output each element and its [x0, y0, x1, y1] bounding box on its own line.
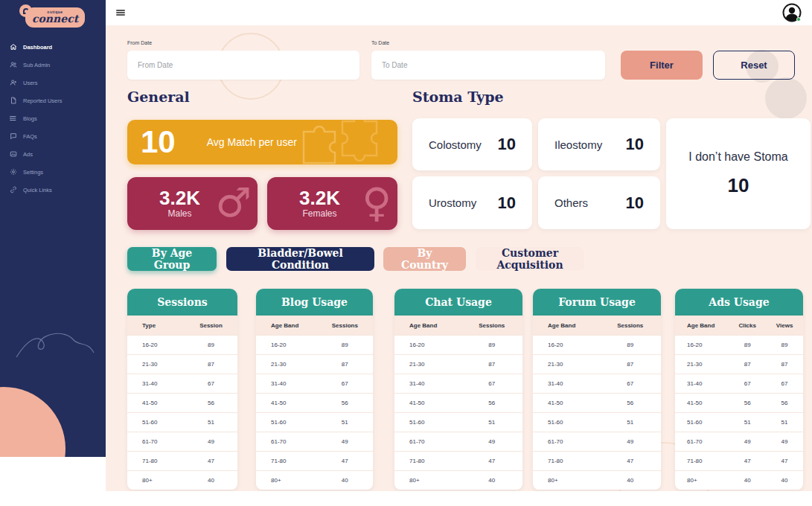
table-row: 16-2089 [127, 335, 237, 354]
sidebar-item-ads[interactable]: Ads [0, 145, 106, 163]
age-band-cell: 61-70 [394, 438, 461, 445]
age-band-cell: 21-30 [394, 361, 461, 368]
age-band-cell: 80+ [127, 477, 185, 484]
column-header: Clicks [729, 322, 766, 329]
column-header: Type [127, 322, 185, 329]
column-header: Age Band [394, 322, 461, 329]
age-band-cell: 71-80 [127, 458, 185, 464]
age-band-cell: 21-30 [675, 361, 729, 368]
tab-bladder-bowel-condition[interactable]: Bladder/Bowel Condition [226, 247, 374, 271]
table-row: 16-2089 [533, 335, 661, 354]
sidebar-item-sub-admin[interactable]: Sub Admin [0, 56, 106, 74]
reset-button[interactable]: Reset [713, 51, 795, 80]
table-row: 51-6051 [394, 412, 522, 432]
table-row: 21-3087 [127, 354, 237, 374]
file-icon [10, 97, 17, 104]
app-logo: ostique connect [25, 7, 85, 28]
age-band-cell: 21-30 [256, 361, 317, 368]
topbar [106, 0, 812, 25]
value-cell: 40 [599, 477, 661, 484]
table-title: Ads Usage [675, 289, 803, 316]
table-row: 71-8047 [256, 451, 373, 470]
males-card: 3.2K Males ♂ [127, 177, 258, 230]
value-cell: 40 [317, 477, 373, 484]
table-column-headers: Age BandClicksViews [675, 316, 803, 335]
value-cell: 40 [766, 477, 803, 484]
age-band-cell: 51-60 [675, 419, 729, 426]
value-cell: 56 [599, 400, 661, 406]
tab-customer-acquisition[interactable]: Customer Acquisition [476, 247, 584, 271]
from-date-input[interactable] [127, 51, 359, 80]
male-symbol-icon: ♂ [216, 182, 252, 222]
link-icon [10, 186, 17, 193]
table-row: 16-2089 [256, 335, 373, 354]
age-band-cell: 41-50 [394, 400, 461, 406]
age-band-cell: 31-40 [675, 380, 729, 387]
value-cell: 87 [729, 361, 766, 368]
table-row: 31-4067 [256, 374, 373, 393]
age-band-cell: 21-30 [533, 361, 599, 368]
sidebar-item-settings[interactable]: Settings [0, 163, 106, 181]
female-symbol-icon: ♀ [362, 182, 391, 222]
column-header: Age Band [256, 322, 317, 329]
sidebar-item-faqs[interactable]: FAQs [0, 127, 106, 145]
table-row: 51-6051 [533, 412, 661, 432]
column-header: Age Band [533, 322, 599, 329]
value-cell: 51 [317, 419, 373, 426]
stoma-card-urostomy: Urostomy 10 [412, 176, 532, 229]
sidebar-item-dashboard[interactable]: Dashboard [0, 38, 106, 56]
stoma-card-no-stoma: I don’t have Stoma 10 [666, 118, 811, 229]
table-row: 80+40 [256, 470, 373, 490]
age-band-cell: 31-40 [127, 380, 185, 387]
table-row: 21-3087 [394, 354, 522, 374]
age-band-cell: 21-30 [127, 361, 185, 368]
to-date-input[interactable] [371, 51, 605, 80]
value-cell: 47 [317, 458, 373, 464]
value-cell: 40 [729, 477, 766, 484]
value-cell: 49 [185, 438, 237, 445]
sidebar-item-quick-links[interactable]: Quick Links [0, 181, 106, 199]
age-band-cell: 71-80 [256, 458, 317, 464]
value-cell: 47 [599, 458, 661, 464]
value-cell: 67 [317, 380, 373, 387]
age-band-cell: 51-60 [533, 419, 599, 426]
table-title: Blog Usage [256, 289, 373, 316]
menu-toggle-button[interactable] [116, 8, 125, 16]
value-cell: 47 [185, 458, 237, 464]
age-band-cell: 41-50 [533, 400, 599, 406]
usage-tables: SessionsTypeSession16-208921-308731-4067… [127, 289, 803, 490]
age-band-cell: 51-60 [127, 419, 185, 426]
avg-match-value: 10 [141, 126, 176, 158]
table-row: 16-208989 [675, 335, 803, 354]
sidebar-circle-decoration [0, 387, 65, 457]
males-label: Males [159, 208, 200, 219]
value-cell: 56 [461, 400, 522, 406]
value-cell: 47 [729, 458, 766, 464]
stoma-heading: Stoma Type [412, 89, 803, 105]
avg-match-label: Avg Match per user [207, 136, 297, 148]
sidebar-item-users[interactable]: Users [0, 74, 106, 92]
table-column-headers: Age BandSessions [533, 316, 661, 335]
table-row: 31-4067 [127, 374, 237, 393]
value-cell: 87 [766, 361, 803, 368]
value-cell: 87 [461, 361, 522, 368]
tab-by-country[interactable]: By Country [383, 247, 466, 271]
table-column-headers: TypeSession [127, 316, 237, 335]
value-cell: 56 [185, 400, 237, 406]
value-cell: 49 [729, 438, 766, 445]
table-row: 61-7049 [127, 432, 237, 451]
filter-button[interactable]: Filter [621, 51, 703, 80]
sidebar-item-reported-users[interactable]: Reported Users [0, 92, 106, 109]
sidebar-item-label: Reported Users [23, 97, 63, 104]
tab-by-age-group[interactable]: By Age Group [127, 247, 217, 271]
table-row: 71-8047 [533, 451, 661, 470]
value-cell: 49 [461, 438, 522, 445]
age-band-cell: 16-20 [675, 342, 729, 348]
value-cell: 67 [729, 380, 766, 387]
sidebar-item-blogs[interactable]: Blogs [0, 109, 106, 127]
age-band-cell: 61-70 [127, 438, 185, 445]
user-avatar[interactable] [782, 3, 802, 22]
table-row: 51-605151 [675, 412, 803, 432]
table-title: Forum Usage [533, 289, 661, 316]
sidebar-menu: DashboardSub AdminUsersReported UsersBlo… [0, 38, 106, 199]
